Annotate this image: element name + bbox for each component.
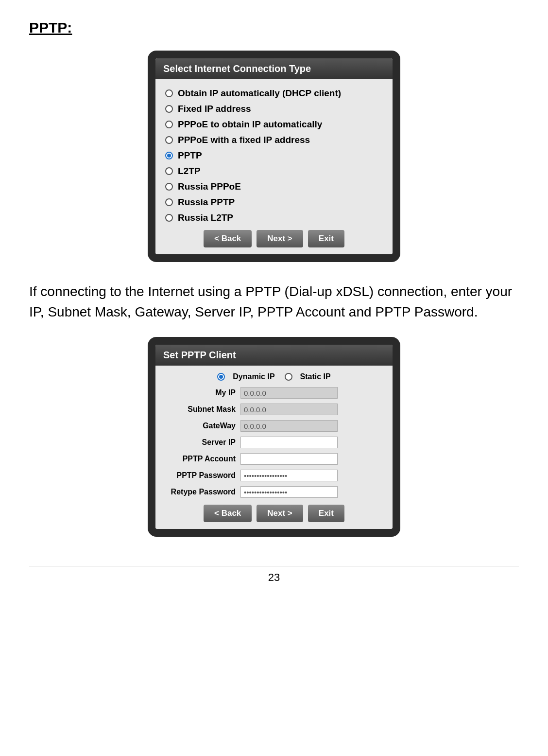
- radio-static[interactable]: [285, 373, 292, 381]
- dialog1-title: Select Internet Connection Type: [155, 58, 393, 79]
- dialog2-button-row: < Back Next > Exit: [165, 505, 383, 522]
- dialog2-next-button[interactable]: Next >: [257, 505, 303, 522]
- option-dhcp[interactable]: Obtain IP automatically (DHCP client): [165, 88, 383, 99]
- input-pptp-account[interactable]: [240, 453, 338, 465]
- input-gateway[interactable]: [240, 420, 338, 432]
- page-number: 23: [268, 571, 280, 583]
- dialog1-next-button[interactable]: Next >: [257, 230, 303, 247]
- radio-fixed-ip[interactable]: [165, 105, 173, 113]
- dialog1-back-button[interactable]: < Back: [204, 230, 252, 247]
- radio-russia-pptp[interactable]: [165, 198, 173, 206]
- input-server-ip[interactable]: [240, 437, 338, 448]
- option-russia-pptp-label: Russia PPTP: [178, 197, 235, 208]
- input-subnet-mask[interactable]: [240, 404, 338, 415]
- option-russia-pppoe-label: Russia PPPoE: [178, 181, 241, 192]
- description-text: If connecting to the Internet using a PP…: [29, 281, 519, 322]
- option-fixed-ip-label: Fixed IP address: [178, 104, 251, 114]
- dynamic-ip-option[interactable]: Dynamic IP: [217, 372, 274, 381]
- dialog2-exit-button[interactable]: Exit: [308, 505, 344, 522]
- option-pppoe-auto-label: PPPoE to obtain IP automatically: [178, 119, 322, 130]
- dialog2-body: Dynamic IP Static IP My IP Subnet Mask G…: [155, 366, 393, 529]
- field-subnet-mask: Subnet Mask: [165, 404, 383, 415]
- dialog2-title: Set PPTP Client: [155, 345, 393, 366]
- input-retype-password[interactable]: [240, 486, 338, 498]
- label-server-ip: Server IP: [165, 438, 236, 447]
- radio-pppoe-auto[interactable]: [165, 121, 173, 128]
- option-pppoe-auto[interactable]: PPPoE to obtain IP automatically: [165, 119, 383, 130]
- radio-russia-pppoe[interactable]: [165, 183, 173, 191]
- dialog1-exit-button[interactable]: Exit: [308, 230, 344, 247]
- dialog2-back-button[interactable]: < Back: [204, 505, 252, 522]
- input-pptp-password[interactable]: [240, 470, 338, 481]
- field-my-ip: My IP: [165, 387, 383, 399]
- dialog1-button-row: < Back Next > Exit: [165, 230, 383, 247]
- option-russia-l2tp[interactable]: Russia L2TP: [165, 212, 383, 223]
- radio-dynamic[interactable]: [217, 373, 225, 381]
- dialog1-screen: Select Internet Connection Type Obtain I…: [155, 58, 393, 254]
- option-l2tp-label: L2TP: [178, 166, 200, 176]
- label-gateway: GateWay: [165, 422, 236, 430]
- label-retype-password: Retype Password: [165, 488, 236, 496]
- radio-dhcp[interactable]: [165, 89, 173, 97]
- label-subnet-mask: Subnet Mask: [165, 405, 236, 414]
- radio-l2tp[interactable]: [165, 167, 173, 175]
- label-pptp-password: PPTP Password: [165, 471, 236, 480]
- dialog2-screen: Set PPTP Client Dynamic IP Static IP My …: [155, 345, 393, 529]
- field-retype-password: Retype Password: [165, 486, 383, 498]
- option-pptp-label: PPTP: [178, 150, 202, 161]
- option-pppoe-fixed[interactable]: PPPoE with a fixed IP address: [165, 135, 383, 145]
- label-my-ip: My IP: [165, 388, 236, 397]
- dialog1-body: Obtain IP automatically (DHCP client) Fi…: [155, 79, 393, 254]
- static-ip-option[interactable]: Static IP: [285, 372, 331, 381]
- option-dhcp-label: Obtain IP automatically (DHCP client): [178, 88, 341, 99]
- field-server-ip: Server IP: [165, 437, 383, 448]
- dialog2-frame: Set PPTP Client Dynamic IP Static IP My …: [148, 337, 400, 537]
- radio-russia-l2tp[interactable]: [165, 214, 173, 222]
- input-my-ip[interactable]: [240, 387, 338, 399]
- option-russia-l2tp-label: Russia L2TP: [178, 212, 233, 223]
- option-l2tp[interactable]: L2TP: [165, 166, 383, 176]
- option-fixed-ip[interactable]: Fixed IP address: [165, 104, 383, 114]
- option-russia-pptp[interactable]: Russia PPTP: [165, 197, 383, 208]
- static-ip-label: Static IP: [300, 372, 331, 381]
- radio-pppoe-fixed[interactable]: [165, 136, 173, 144]
- ip-type-row: Dynamic IP Static IP: [165, 372, 383, 381]
- page-heading: PPTP:: [29, 19, 519, 36]
- field-pptp-account: PPTP Account: [165, 453, 383, 465]
- dialog1-frame: Select Internet Connection Type Obtain I…: [148, 51, 400, 262]
- field-pptp-password: PPTP Password: [165, 470, 383, 481]
- label-pptp-account: PPTP Account: [165, 455, 236, 463]
- dynamic-ip-label: Dynamic IP: [233, 372, 274, 381]
- radio-pptp[interactable]: [165, 152, 173, 159]
- option-pptp[interactable]: PPTP: [165, 150, 383, 161]
- field-gateway: GateWay: [165, 420, 383, 432]
- option-russia-pppoe[interactable]: Russia PPPoE: [165, 181, 383, 192]
- option-pppoe-fixed-label: PPPoE with a fixed IP address: [178, 135, 310, 145]
- page-footer: 23: [29, 566, 519, 584]
